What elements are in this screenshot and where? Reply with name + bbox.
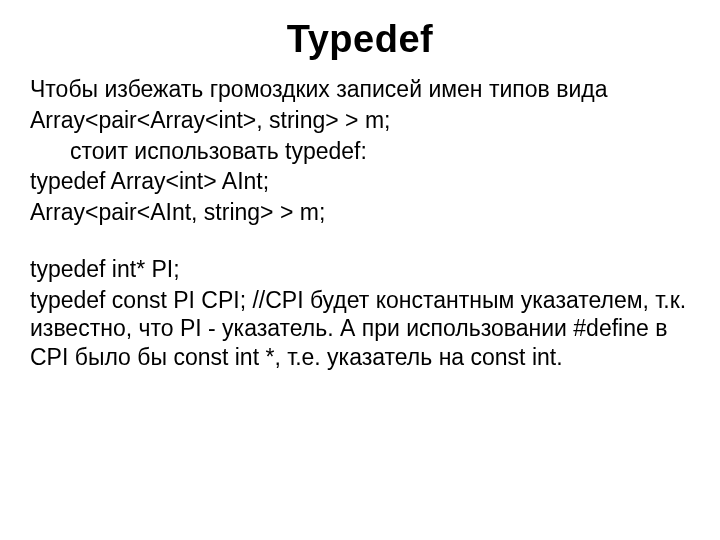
slide-title: Typedef xyxy=(30,18,690,61)
text-line: Чтобы избежать громоздких записей имен т… xyxy=(30,75,690,104)
code-line: Array<pair<AInt, string> > m; xyxy=(30,198,690,227)
code-line: Array<pair<Array<int>, string> > m; xyxy=(30,106,690,135)
slide-body: Чтобы избежать громоздких записей имен т… xyxy=(30,75,690,372)
text-line: стоит использовать typedef: xyxy=(30,137,690,166)
code-line: typedef Array<int> AInt; xyxy=(30,167,690,196)
slide: Typedef Чтобы избежать громоздких записе… xyxy=(0,0,720,540)
code-line: typedef const PI CPI; //CPI будет конста… xyxy=(30,286,690,372)
code-line: typedef int* PI; xyxy=(30,255,690,284)
blank-line xyxy=(30,229,690,255)
